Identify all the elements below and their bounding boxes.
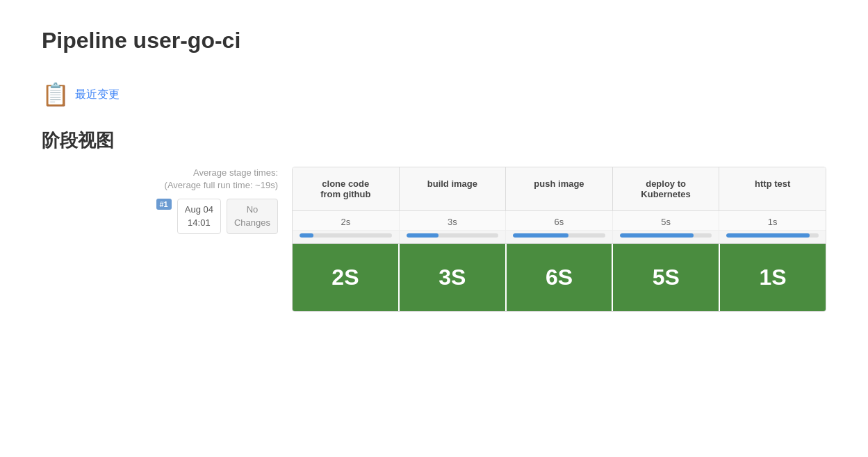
progress-bar-fill-4 [726,233,809,238]
recent-changes-label: 最近变更 [75,88,120,102]
progress-bar-bg-0 [300,233,392,238]
stage-avg-1: 3s [400,211,507,230]
stage-header-4: http test [719,167,826,210]
stage-value-0: 2S [293,244,400,311]
progress-bar-bg-2 [513,233,605,238]
stages-table: clone codefrom githubbuild imagepush ima… [292,167,826,312]
notepad-icon: 📋 [42,81,69,108]
recent-changes-link[interactable]: 📋 最近变更 [42,81,120,108]
stage-avg-4: 1s [719,211,826,230]
stage-progress-cell-4 [719,231,826,243]
stage-header-1: build image [400,167,507,210]
run-badge[interactable]: #1 [156,199,172,210]
left-panel: Average stage times: (Average full run t… [42,167,292,234]
stage-value-2: 6S [507,244,614,311]
stage-header-2: push image [506,167,613,210]
section-title: 阶段视图 [42,128,826,153]
page-title: Pipeline user-go-ci [42,28,826,53]
stage-progress-cell-0 [293,231,400,243]
stages-header-row: clone codefrom githubbuild imagepush ima… [293,167,826,211]
stage-progress-cell-2 [506,231,613,243]
run-date-box[interactable]: Aug 04 14:01 [177,199,221,233]
stage-avg-0: 2s [293,211,400,230]
no-changes-box: NoChanges [227,199,278,233]
progress-bar-bg-1 [407,233,499,238]
stage-value-4: 1S [720,244,826,311]
progress-bar-fill-0 [300,233,313,238]
progress-row [293,231,826,244]
progress-bar-fill-2 [513,233,568,238]
stage-progress-cell-1 [400,231,507,243]
avg-times-label: Average stage times: (Average full run t… [42,167,278,192]
run-item: #1 Aug 04 14:01 NoChanges [42,199,278,233]
progress-bar-bg-3 [620,233,712,238]
stage-progress-cell-3 [613,231,720,243]
progress-bar-bg-4 [726,233,819,238]
stage-avg-2: 6s [506,211,613,230]
pipeline-container: Average stage times: (Average full run t… [42,167,826,312]
stages-values-row: 2S3S6S5S1S [293,244,826,311]
stage-header-3: deploy toKubernetes [613,167,720,210]
avg-row: 2s3s6s5s1s [293,211,826,231]
progress-bar-fill-1 [407,233,439,238]
stage-header-0: clone codefrom github [293,167,400,210]
stage-avg-3: 5s [613,211,720,230]
run-date: Aug 04 [185,203,213,216]
stage-value-1: 3S [400,244,507,311]
run-time: 14:01 [185,217,213,229]
progress-bar-fill-3 [620,233,694,238]
stage-value-3: 5S [613,244,720,311]
